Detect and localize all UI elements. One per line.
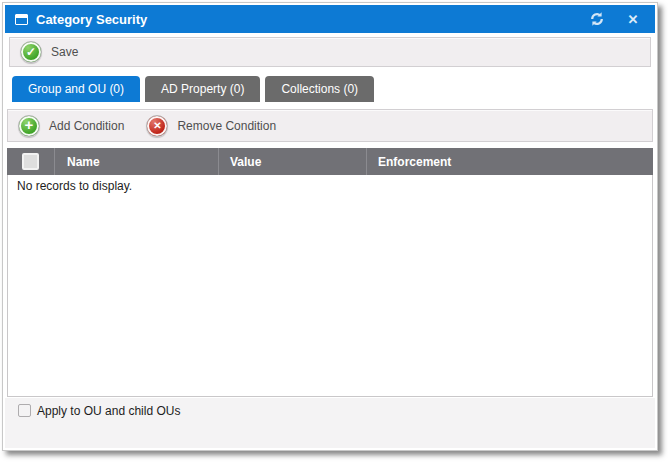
tab-collections[interactable]: Collections (0) [265,76,374,102]
grid-header-checkbox-cell [7,148,54,175]
remove-condition-label: Remove Condition [177,119,276,133]
refresh-icon[interactable] [589,11,605,27]
grid-header-row: Name Value Enforcement [7,148,653,175]
remove-icon: ✕ [146,115,168,137]
add-condition-label: Add Condition [49,119,124,133]
condition-toolbar: + Add Condition ✕ Remove Condition [7,109,653,142]
footer-bar: Apply to OU and child OUs [5,398,655,448]
remove-condition-button[interactable]: ✕ Remove Condition [142,113,280,139]
close-icon[interactable]: ✕ [625,11,641,27]
column-header-value[interactable]: Value [218,148,366,175]
add-condition-button[interactable]: + Add Condition [14,113,128,139]
grid-body: No records to display. [7,175,653,397]
column-header-name[interactable]: Name [54,148,218,175]
save-icon: ✓ [20,41,42,63]
save-toolbar: ✓ Save [9,37,651,67]
conditions-grid: Name Value Enforcement No records to dis… [7,148,653,397]
titlebar-actions: ✕ [589,11,641,27]
apply-ou-checkbox-label: Apply to OU and child OUs [37,404,180,418]
tab-ad-property[interactable]: AD Property (0) [145,76,260,102]
save-button-label: Save [51,45,78,59]
tab-group-and-ou[interactable]: Group and OU (0) [12,76,140,102]
titlebar: Category Security ✕ [5,5,655,33]
window-icon [15,14,28,25]
select-all-checkbox[interactable] [22,153,39,170]
save-button[interactable]: ✓ Save [16,39,82,65]
category-security-dialog: Category Security ✕ ✓ Save [2,2,658,451]
tab-strip: Group and OU (0) AD Property (0) Collect… [12,76,655,102]
column-header-enforcement[interactable]: Enforcement [366,148,653,175]
apply-ou-checkbox[interactable] [18,404,31,417]
add-icon: + [18,115,40,137]
page-background: Category Security ✕ ✓ Save [0,0,668,464]
empty-message: No records to display. [17,179,652,193]
dialog-title: Category Security [36,12,589,27]
